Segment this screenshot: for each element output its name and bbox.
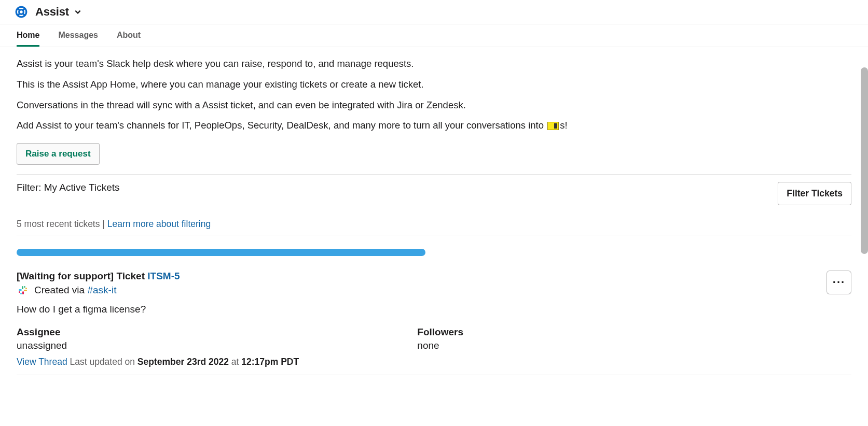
svg-line-2 [18, 9, 20, 11]
filter-label-value: My Active Tickets [44, 182, 120, 193]
updated-date: September 23rd 2022 [137, 357, 229, 367]
ticket-created-line: Created via #ask-it [17, 284, 851, 296]
ticket-channel-link[interactable]: #ask-it [87, 285, 116, 295]
view-thread-link[interactable]: View Thread [17, 357, 67, 367]
filter-tickets-button[interactable]: Filter Tickets [778, 182, 851, 205]
learn-more-filtering-link[interactable]: Learn more about filtering [107, 219, 211, 229]
svg-point-11 [24, 286, 25, 288]
assignee-col: Assignee unassigned [17, 326, 417, 351]
updated-time: 12:17pm PDT [241, 357, 299, 367]
intro-line-4-prefix: Add Assist to your team's channels for I… [17, 120, 546, 131]
followers-label: Followers [417, 326, 818, 338]
divider [17, 174, 851, 175]
content-area: Assist is your team's Slack help desk wh… [0, 47, 868, 388]
scrollbar-thumb[interactable] [861, 67, 868, 254]
svg-rect-9 [22, 291, 24, 294]
ticket-more-button[interactable]: ··· [826, 271, 851, 294]
intro-line-2: This is the Assist App Home, where you c… [17, 77, 851, 92]
svg-rect-8 [24, 290, 27, 291]
app-title[interactable]: Assist [35, 5, 69, 19]
filter-label: Filter: My Active Tickets [17, 182, 119, 193]
svg-point-12 [25, 288, 27, 289]
filter-label-prefix: Filter: [17, 182, 44, 193]
progress-bar [17, 249, 425, 256]
svg-line-5 [23, 13, 25, 16]
ticket-created-prefix: Created via [34, 285, 87, 295]
thread-updated-line: View Thread Last updated on September 23… [17, 357, 851, 375]
ticket-status: [Waiting for support] Ticket [17, 271, 147, 281]
recent-tickets-line: 5 most recent tickets | Learn more about… [17, 219, 851, 235]
svg-point-0 [16, 7, 26, 17]
filter-row: Filter: My Active Tickets Filter Tickets [17, 182, 851, 205]
assignee-value: unassigned [17, 340, 417, 351]
intro-line-3: Conversations in the thread will sync wi… [17, 98, 851, 112]
svg-rect-7 [22, 286, 23, 289]
ticket-card: ··· [Waiting for support] Ticket ITSM-5 … [17, 271, 851, 375]
assignee-label: Assignee [17, 326, 417, 338]
svg-line-3 [23, 9, 25, 11]
tab-messages[interactable]: Messages [58, 24, 98, 47]
intro-section: Assist is your team's Slack help desk wh… [17, 56, 851, 165]
svg-point-13 [20, 293, 22, 294]
ticket-emoji-icon [547, 122, 559, 130]
ticket-id-link[interactable]: ITSM-5 [147, 271, 180, 281]
intro-line-4: Add Assist to your team's channels for I… [17, 118, 851, 133]
svg-rect-6 [19, 289, 22, 291]
followers-col: Followers none [417, 326, 818, 351]
intro-line-4-suffix: s! [560, 120, 567, 131]
intro-line-1: Assist is your team's Slack help desk wh… [17, 56, 851, 71]
updated-prefix: Last updated on [67, 357, 137, 367]
recent-tickets-count: 5 most recent tickets | [17, 219, 107, 229]
raise-request-button[interactable]: Raise a request [17, 143, 100, 165]
ticket-title-line: [Waiting for support] Ticket ITSM-5 [17, 271, 851, 282]
assist-app-icon [15, 5, 28, 19]
followers-value: none [417, 340, 818, 351]
tab-home[interactable]: Home [17, 24, 39, 47]
slack-logo-icon [17, 284, 29, 296]
updated-mid: at [229, 357, 241, 367]
app-header: Assist [0, 0, 868, 24]
svg-line-4 [18, 13, 20, 16]
ticket-meta: Assignee unassigned Followers none [17, 326, 851, 351]
ticket-question: How do I get a figma license? [17, 304, 851, 315]
tab-bar: Home Messages About [0, 24, 868, 47]
tab-about[interactable]: About [117, 24, 141, 47]
svg-point-10 [19, 291, 20, 293]
chevron-down-icon[interactable] [74, 8, 81, 16]
